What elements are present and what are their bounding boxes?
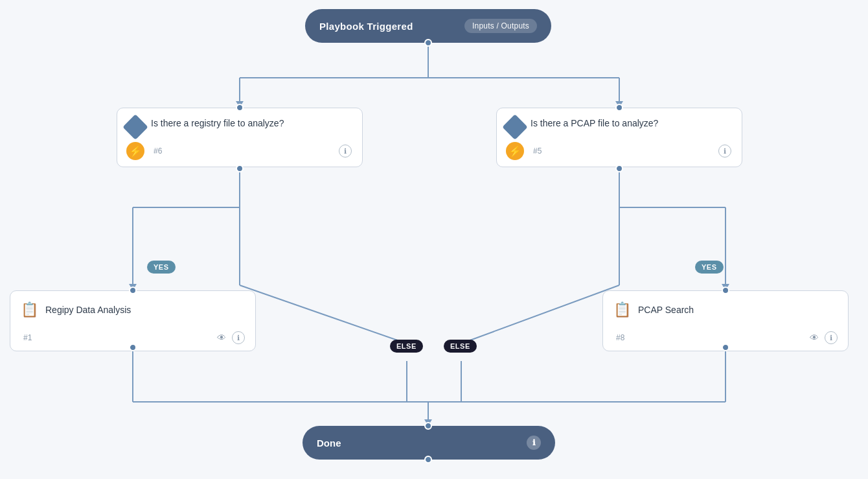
- playbook-canvas: Playbook Triggered Inputs / Outputs Is t…: [0, 0, 868, 479]
- yes-badge-right: YES: [695, 261, 724, 274]
- dot-regipy-top: [129, 286, 137, 294]
- action-pcap-search-id: #8: [616, 333, 624, 342]
- else-badge-right: ELSE: [444, 340, 477, 353]
- lightning-icon-pcap: ⚡: [506, 142, 524, 160]
- dot-pcap-search-top: [722, 286, 729, 294]
- eye-button-regipy[interactable]: 👁: [215, 331, 228, 344]
- info-button-registry[interactable]: ℹ: [339, 145, 352, 158]
- action-regipy-title: Regipy Data Analysis: [45, 305, 131, 315]
- dot-registry-bottom: [236, 165, 244, 172]
- connections-svg: [0, 0, 868, 479]
- condition-registry[interactable]: Is there a registry file to analyze? ⚡ #…: [117, 108, 363, 167]
- svg-line-11: [240, 285, 407, 344]
- info-button-pcap-search[interactable]: ℹ: [825, 331, 838, 344]
- dot-pcap-search-bottom: [722, 344, 729, 351]
- dot-registry-top: [236, 104, 244, 111]
- info-button-pcap[interactable]: ℹ: [718, 145, 731, 158]
- dot-done-top: [424, 422, 432, 430]
- condition-pcap-id: #5: [533, 146, 542, 156]
- diamond-icon-pcap: [506, 117, 524, 135]
- dot-done-bottom: [424, 456, 432, 463]
- condition-pcap[interactable]: Is there a PCAP file to analyze? ⚡ #5 ℹ: [496, 108, 742, 167]
- action-regipy[interactable]: 📋 Regipy Data Analysis #1 👁 ℹ: [10, 290, 256, 351]
- condition-registry-title: Is there a registry file to analyze?: [151, 117, 284, 130]
- yes-badge-left: YES: [147, 261, 176, 274]
- svg-line-17: [461, 285, 619, 344]
- condition-pcap-title: Is there a PCAP file to analyze?: [531, 117, 658, 130]
- info-button-regipy[interactable]: ℹ: [232, 331, 245, 344]
- action-pcap-search-title: PCAP Search: [638, 305, 694, 315]
- condition-registry-id: #6: [154, 146, 162, 156]
- trigger-node[interactable]: Playbook Triggered Inputs / Outputs: [305, 9, 551, 43]
- done-label: Done: [317, 438, 341, 449]
- doc-icon-pcap-search: 📋: [612, 300, 632, 320]
- action-pcap-search[interactable]: 📋 PCAP Search #8 👁 ℹ: [602, 290, 849, 351]
- inputs-outputs-label[interactable]: Inputs / Outputs: [464, 19, 537, 33]
- eye-button-pcap-search[interactable]: 👁: [808, 331, 821, 344]
- dot-regipy-bottom: [129, 344, 137, 351]
- info-button-done[interactable]: ℹ: [527, 436, 541, 450]
- done-node[interactable]: Done ℹ: [303, 426, 555, 460]
- trigger-label: Playbook Triggered: [319, 21, 413, 32]
- dot-trigger-bottom: [424, 39, 432, 47]
- lightning-icon-registry: ⚡: [126, 142, 144, 160]
- dot-pcap-top: [615, 104, 623, 111]
- dot-pcap-bottom: [615, 165, 623, 172]
- action-regipy-id: #1: [23, 333, 32, 342]
- diamond-icon-registry: [126, 117, 144, 135]
- else-badge-left: ELSE: [390, 340, 423, 353]
- doc-icon-regipy: 📋: [19, 300, 39, 320]
